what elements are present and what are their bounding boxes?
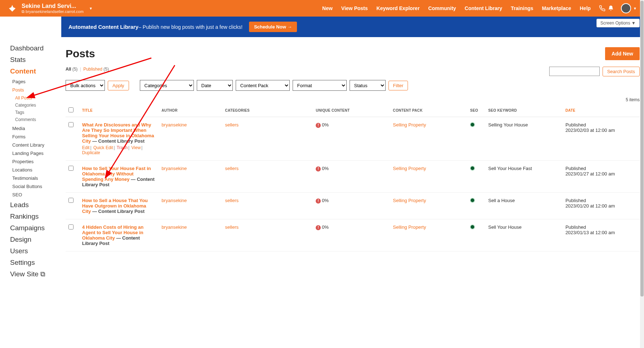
tab-published[interactable]: Published (5) [83, 67, 109, 72]
col-content-pack: Content Pack [390, 104, 467, 117]
tab-all[interactable]: All (5) [66, 67, 77, 72]
content-pack-link[interactable]: Selling Property [393, 198, 426, 203]
row-trash[interactable]: Trash [117, 145, 128, 150]
top-menu-trainings[interactable]: Trainings [511, 5, 533, 11]
format-filter[interactable]: Format [293, 80, 347, 91]
top-menu-help[interactable]: Help [580, 5, 591, 11]
row-quick-edit[interactable]: Quick Edit [93, 145, 113, 150]
seo-status-icon [470, 122, 475, 127]
author-link[interactable]: bryansekine [161, 224, 187, 230]
nav-all-posts[interactable]: All Posts [15, 95, 61, 101]
nav-content[interactable]: Content [10, 67, 61, 75]
nav-media[interactable]: Media [12, 126, 61, 131]
col-date[interactable]: Date [563, 104, 640, 117]
nav-leads[interactable]: Leads [10, 201, 61, 209]
main-content: Posts Add New All (5) | Published (5) Se… [61, 37, 644, 289]
nav-comments[interactable]: Comments [15, 117, 61, 122]
select-all-checkbox[interactable] [68, 107, 74, 112]
col-title[interactable]: Title [79, 104, 159, 117]
search-input[interactable] [549, 67, 600, 76]
filter-button[interactable]: Filter [388, 81, 408, 90]
items-count: 5 items [66, 97, 640, 102]
categories-filter[interactable]: Categories [140, 80, 194, 91]
row-view[interactable]: View [132, 145, 141, 150]
nav-settings[interactable]: Settings [10, 259, 61, 267]
nav-design[interactable]: Design [10, 236, 61, 244]
nav-posts[interactable]: Posts [12, 87, 61, 93]
status-filter[interactable]: Status [350, 80, 386, 91]
nav-social-buttons[interactable]: Social Buttons [12, 184, 61, 189]
top-menu-marketplace[interactable]: Marketplace [542, 5, 571, 11]
col-author: Author [159, 104, 222, 117]
row-edit[interactable]: Edit [82, 145, 90, 150]
col-categories: Categories [222, 104, 313, 117]
site-switcher-caret-icon[interactable]: ▼ [89, 6, 93, 10]
site-url: ⧉ bryansekinelandseller.carrot.com [22, 9, 84, 14]
row-duplicate[interactable]: Duplicate [82, 150, 100, 155]
date-status: Published [565, 166, 586, 171]
row-checkbox[interactable] [68, 166, 74, 171]
search-posts-button[interactable]: Search Posts [603, 67, 640, 76]
top-menu-new[interactable]: New [322, 5, 333, 11]
table-row: How to Sell a House That You Have Outgro… [66, 193, 640, 219]
date-filter[interactable]: Date [197, 80, 233, 91]
content-pack-link[interactable]: Selling Property [393, 122, 426, 128]
row-checkbox[interactable] [68, 198, 74, 203]
unique-content-value: 0% [322, 122, 329, 128]
apply-button[interactable]: Apply [108, 81, 129, 90]
add-new-button[interactable]: Add New [605, 47, 640, 60]
bulk-actions-select[interactable]: Bulk actions [66, 80, 105, 91]
site-switcher[interactable]: Sekine Land Servi... ⧉ bryansekinelandse… [22, 3, 84, 14]
user-menu-caret-icon[interactable]: ▼ [633, 6, 637, 10]
nav-properties[interactable]: Properties [12, 159, 61, 164]
posts-table: Title Author Categories Unique Content C… [66, 104, 640, 251]
category-link[interactable]: sellers [225, 224, 239, 230]
nav-rankings[interactable]: Rankings [10, 213, 61, 220]
top-menu-view-posts[interactable]: View Posts [341, 5, 368, 11]
category-link[interactable]: sellers [225, 122, 239, 128]
seo-keyword: Sell Your House [485, 219, 563, 251]
content-pack-link[interactable]: Selling Property [393, 224, 426, 230]
banner-subtitle: – Publish new blog posts with just a few… [138, 24, 243, 30]
nav-seo[interactable]: SEO [12, 192, 61, 197]
author-link[interactable]: bryansekine [161, 122, 187, 128]
schedule-now-button[interactable]: Schedule Now → [249, 22, 297, 32]
screen-options-button[interactable]: Screen Options ▼ [596, 19, 640, 27]
seo-keyword: Sell Your House Fast [485, 161, 563, 193]
category-link[interactable]: sellers [225, 166, 239, 171]
nav-users[interactable]: Users [10, 247, 61, 255]
nav-pages[interactable]: Pages [12, 79, 61, 84]
sidebar-nav: Dashboard Stats Content Pages Posts All … [0, 37, 61, 289]
bell-icon[interactable] [607, 4, 615, 13]
vertical-scrollbar[interactable] [640, 0, 644, 289]
author-link[interactable]: bryansekine [161, 166, 187, 171]
nav-landing-pages[interactable]: Landing Pages [12, 151, 61, 156]
carrot-logo-icon[interactable] [7, 3, 17, 13]
content-pack-link[interactable]: Selling Property [393, 166, 426, 171]
nav-forms[interactable]: Forms [12, 134, 61, 139]
unique-content-value: 0% [322, 224, 329, 230]
nav-campaigns[interactable]: Campaigns [10, 224, 61, 232]
nav-categories[interactable]: Categories [15, 103, 61, 108]
row-checkbox[interactable] [68, 224, 74, 229]
post-title-suffix: — Content Library Post [91, 138, 145, 144]
nav-tags[interactable]: Tags [15, 110, 61, 115]
phone-icon[interactable] [598, 4, 607, 13]
nav-dashboard[interactable]: Dashboard [10, 44, 61, 52]
row-checkbox[interactable] [68, 122, 74, 127]
nav-stats[interactable]: Stats [10, 56, 61, 64]
user-avatar[interactable] [621, 3, 631, 13]
nav-testimonials[interactable]: Testimonials [12, 175, 61, 181]
nav-view-site[interactable]: View Site ⧉ [10, 270, 61, 278]
post-title-suffix: — Content Library Post [91, 209, 145, 214]
top-menu-community[interactable]: Community [428, 5, 456, 11]
seo-status-icon [470, 224, 475, 229]
nav-locations[interactable]: Locations [12, 167, 61, 173]
table-row: How to Sell Your House Fast in Oklahoma … [66, 161, 640, 193]
category-link[interactable]: sellers [225, 198, 239, 203]
nav-content-library[interactable]: Content Library [12, 142, 61, 148]
top-menu-content-library[interactable]: Content Library [465, 5, 502, 11]
content-pack-filter[interactable]: Content Pack [236, 80, 290, 91]
author-link[interactable]: bryansekine [161, 198, 187, 203]
top-menu-keyword-explorer[interactable]: Keyword Explorer [377, 5, 420, 11]
